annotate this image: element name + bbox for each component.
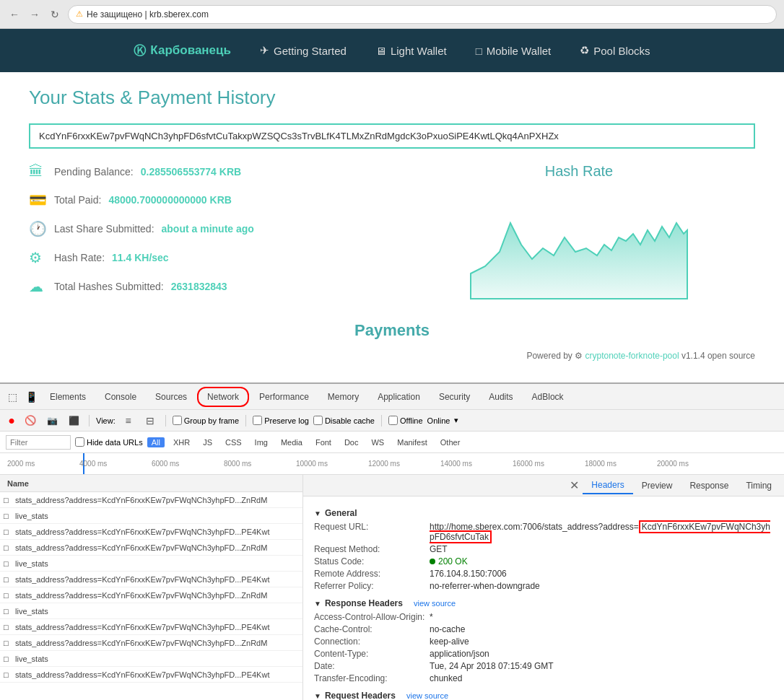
forward-button[interactable]: → [27, 7, 42, 22]
nav-item-light-wallet[interactable]: 🖥 Light Wallet [368, 41, 454, 61]
nav-item-pool-blocks[interactable]: ♻ Pool Blocks [572, 40, 657, 61]
hide-data-urls-input[interactable] [75, 437, 84, 447]
disable-cache-checkbox[interactable]: Disable cache [313, 416, 375, 425]
group-by-frame-checkbox[interactable]: Group by frame [173, 416, 239, 425]
hide-data-urls-checkbox[interactable]: Hide data URLs [75, 437, 143, 447]
list-item[interactable]: □ stats_address?address=KcdYnF6rxxKEw7pv… [0, 572, 302, 587]
t3: 6000 ms [152, 460, 179, 468]
filter-other[interactable]: Other [436, 437, 465, 447]
filter-input[interactable] [6, 435, 71, 450]
browser-chrome: ← → ↻ ⚠ Не защищено | krb.sberex.com [0, 0, 784, 29]
status-dot [430, 559, 435, 564]
list-item[interactable]: □ live_stats [0, 556, 302, 572]
nav-label: Getting Started [274, 45, 347, 57]
tab-network[interactable]: Network [197, 387, 249, 407]
logo-icon: Ⓚ [134, 43, 146, 59]
payments-title: Payments [29, 321, 755, 340]
powered-link[interactable]: cryptonote-forknote-pool [585, 351, 679, 361]
tab-elements[interactable]: Elements [41, 388, 95, 406]
filter-manifest[interactable]: Manifest [393, 437, 432, 447]
filter-doc[interactable]: Doc [340, 437, 363, 447]
lock-icon: ⚠ [76, 9, 83, 19]
group-by-frame-input[interactable] [173, 416, 182, 425]
list-item[interactable]: □ stats_address?address=KcdYnF6rxxKEw7pv… [0, 540, 302, 556]
status-code-value: 200 OK [430, 556, 773, 566]
status-code-key: Status Code: [314, 556, 430, 566]
camera-btn[interactable]: 📷 [43, 412, 61, 429]
details-tab-timing[interactable]: Timing [737, 478, 780, 494]
referrer-policy-value: no-referrer-when-downgrade [430, 581, 773, 591]
filter-all-btn[interactable]: All [147, 437, 165, 447]
list-item[interactable]: □ stats_address?address=KcdYnF6rxxKEw7pv… [0, 524, 302, 540]
req-headers-label: Request Headers [325, 691, 396, 700]
clear-btn[interactable]: 🚫 [22, 412, 39, 429]
details-tab-headers[interactable]: Headers [583, 477, 632, 494]
request-headers-section-header[interactable]: ▼ Request Headers view source [314, 691, 773, 700]
address-input[interactable] [29, 123, 755, 149]
response-headers-section-header[interactable]: ▼ Response Headers view source [314, 598, 773, 608]
list-view-btn[interactable]: ≡ [120, 412, 137, 429]
devtools-inspect-btn[interactable]: ⬚ [4, 388, 21, 406]
details-tab-preview[interactable]: Preview [633, 478, 681, 494]
devtools-toolbar2: ● 🚫 📷 ⬛ View: ≡ ⊟ Group by frame Preserv… [0, 410, 784, 432]
filter-js[interactable]: JS [199, 437, 217, 447]
address-bar[interactable]: ⚠ Не защищено | krb.sberex.com [68, 5, 777, 24]
hashrate-icon: ⚙ [29, 249, 47, 266]
detail-view-btn[interactable]: ⊟ [141, 412, 159, 429]
nav-item-getting-started[interactable]: ✈ Getting Started [253, 40, 354, 61]
t9: 18000 ms [585, 460, 617, 468]
disable-cache-input[interactable] [313, 416, 323, 425]
tab-adblock[interactable]: AdBlock [523, 388, 572, 406]
date-value: Tue, 24 Apr 2018 07:15:49 GMT [430, 661, 773, 671]
tab-application[interactable]: Application [369, 388, 429, 406]
list-item[interactable]: □ live_stats [0, 603, 302, 619]
tab-sources[interactable]: Sources [147, 388, 196, 406]
request-url-row: Request URL: http://home.sberex.com:7006… [314, 522, 773, 542]
preserve-log-checkbox[interactable]: Preserve log [253, 416, 309, 425]
details-close-btn[interactable]: ✕ [566, 478, 583, 492]
list-item[interactable]: □ stats_address?address=KcdYnF6rxxKEw7pv… [0, 635, 302, 651]
tab-performance[interactable]: Performance [251, 388, 318, 406]
tab-memory[interactable]: Memory [319, 388, 367, 406]
filter-btn[interactable]: ⬛ [65, 412, 82, 429]
throttle-dropdown[interactable]: ▾ [454, 416, 458, 425]
filter-xhr[interactable]: XHR [169, 437, 194, 447]
tab-audits[interactable]: Audits [480, 388, 521, 406]
filter-img[interactable]: Img [251, 437, 272, 447]
details-tab-response[interactable]: Response [681, 478, 737, 494]
filter-media[interactable]: Media [276, 437, 307, 447]
list-item[interactable]: □ stats_address?address=KcdYnF6rxxKEw7pv… [0, 492, 302, 508]
general-section-header[interactable]: ▼ General [314, 508, 773, 518]
offline-input[interactable] [388, 416, 398, 425]
request-url-key: Request URL: [314, 522, 430, 542]
tab-console[interactable]: Console [96, 388, 145, 406]
list-item[interactable]: □ live_stats [0, 651, 302, 667]
monitor-icon: 🖥 [375, 45, 386, 57]
content-type-key: Content-Type: [314, 649, 430, 659]
nav-logo[interactable]: Ⓚ Карбованець [126, 39, 238, 63]
record-btn[interactable]: ● [6, 415, 17, 426]
list-item[interactable]: □ stats_address?address=KcdYnF6rxxKEw7pv… [0, 619, 302, 635]
nav-item-mobile-wallet[interactable]: □ Mobile Wallet [469, 41, 559, 61]
content-type-row: Content-Type: application/json [314, 649, 773, 659]
refresh-button[interactable]: ↻ [48, 7, 62, 22]
offline-checkbox[interactable]: Offline [388, 416, 423, 425]
general-arrow: ▼ [314, 509, 321, 517]
req-view-source-link[interactable]: view source [406, 691, 448, 700]
status-code-row: Status Code: 200 OK [314, 556, 773, 566]
tab-security[interactable]: Security [430, 388, 479, 406]
filter-css[interactable]: CSS [221, 437, 246, 447]
stat-total-paid: 💳 Total Paid: 48000.700000000000 KRB [29, 191, 381, 209]
devtools-device-btn[interactable]: 📱 [22, 388, 40, 406]
view-source-link[interactable]: view source [414, 599, 456, 608]
network-list: Name □ stats_address?address=KcdYnF6rxxK… [0, 475, 303, 700]
t7: 14000 ms [440, 460, 472, 468]
preserve-log-input[interactable] [253, 416, 262, 425]
filter-ws[interactable]: WS [367, 437, 388, 447]
list-item[interactable]: □ stats_address?address=KcdYnF6rxxKEw7pv… [0, 667, 302, 683]
list-item[interactable]: □ stats_address?address=KcdYnF6rxxKEw7pv… [0, 587, 302, 603]
back-button[interactable]: ← [7, 7, 22, 22]
list-item[interactable]: □ live_stats [0, 508, 302, 524]
filter-font[interactable]: Font [311, 437, 336, 447]
stats-section: 🏛 Pending Balance: 0.285506553774 KRB 💳 … [29, 163, 381, 307]
